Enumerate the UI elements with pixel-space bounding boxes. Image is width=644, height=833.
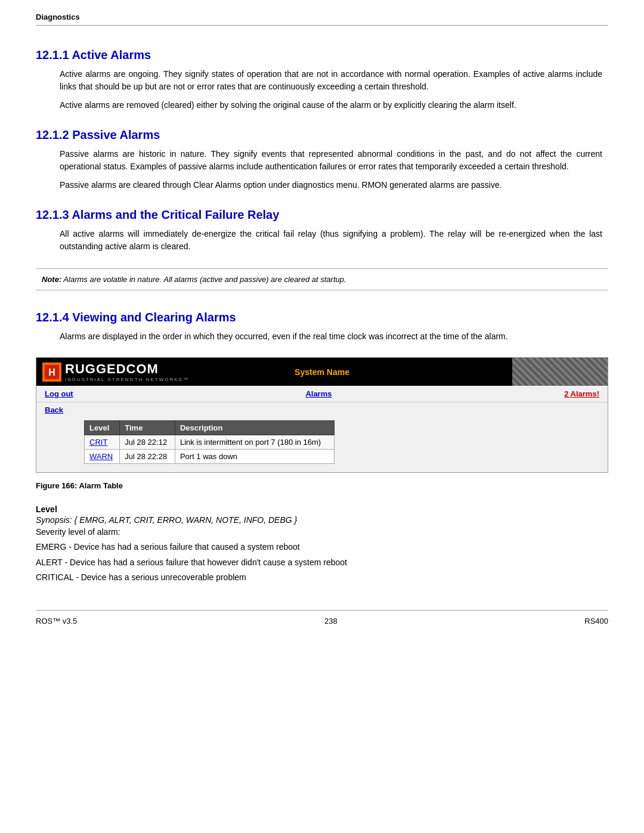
note-prefix: Note: [42, 275, 61, 284]
section-4-para1: Alarms are displayed in the order in whi… [36, 330, 608, 343]
system-name-label: System Name [295, 367, 349, 377]
alarm-table-header: Level Time Description [85, 421, 335, 435]
section-2-heading: 12.1.2 Passive Alarms [36, 128, 608, 142]
level-item: ALERT - Device has had a serious failure… [36, 557, 608, 569]
alarm-table-body: CRITJul 28 22:12Link is intermittent on … [85, 435, 335, 464]
section-1-heading: 12.1.1 Active Alarms [36, 48, 608, 62]
nav-bar: Log out Alarms 2 Alarms! [36, 386, 608, 402]
section-viewing-clearing: 12.1.4 Viewing and Clearing Alarms Alarm… [36, 300, 608, 349]
nav-left: Log out [45, 389, 73, 398]
back-row: Back [36, 402, 608, 420]
back-link[interactable]: Back [45, 405, 63, 414]
alarm-time-cell: Jul 28 22:28 [120, 450, 175, 464]
section-passive-alarms: 12.1.2 Passive Alarms Passive alarms are… [36, 117, 608, 197]
section-1-para2: Active alarms are removed (cleared) eith… [36, 99, 608, 112]
breadcrumb-text: Diagnostics [36, 13, 80, 21]
section-4-heading: 12.1.4 Viewing and Clearing Alarms [36, 311, 608, 324]
level-items-container: EMERG - Device has had a serious failure… [36, 541, 608, 584]
alarm-description-cell: Link is intermittent on port 7 (180 in 1… [175, 435, 334, 450]
col-header-level: Level [85, 421, 120, 435]
logo-main-text: RUGGEDCOM [65, 361, 189, 377]
section-3-heading: 12.1.3 Alarms and the Critical Failure R… [36, 208, 608, 222]
alarms-nav-link[interactable]: Alarms [305, 389, 332, 398]
note-text: Alarms are volatile in nature. All alarm… [61, 275, 346, 284]
logo-icon: H [42, 363, 61, 382]
section-2-para1: Passive alarms are historic in nature. T… [36, 148, 608, 173]
note-box: Note: Alarms are volatile in nature. All… [36, 268, 608, 290]
level-item: EMERG - Device has had a serious failure… [36, 541, 608, 553]
table-row: WARNJul 28 22:28Port 1 was down [85, 450, 335, 464]
logo-text-block: RUGGEDCOM INDUSTRIAL STRENGTH NETWORKS™ [65, 361, 189, 382]
figure-caption: Figure 166: Alarm Table [36, 481, 608, 490]
logout-link[interactable]: Log out [45, 389, 73, 398]
header-stripe-decoration [512, 358, 608, 386]
section-critical-relay: 12.1.3 Alarms and the Critical Failure R… [36, 197, 608, 259]
section-3-para1: All active alarms will immediately de-en… [36, 228, 608, 253]
alarm-description-cell: Port 1 was down [175, 450, 334, 464]
breadcrumb: Diagnostics [36, 12, 608, 26]
level-severity: Severity level of alarm: [36, 527, 608, 537]
footer-center: 238 [324, 617, 338, 625]
section-2-para2: Passive alarms are cleared through Clear… [36, 179, 608, 191]
level-title: Level [36, 504, 608, 514]
alarm-level-link[interactable]: CRIT [89, 438, 107, 447]
level-section: Level Synopsis: { EMRG, ALRT, CRIT, ERRO… [36, 504, 608, 587]
footer-left: ROS™ v3.5 [36, 617, 77, 625]
svg-text:H: H [48, 367, 55, 377]
table-row: CRITJul 28 22:12Link is intermittent on … [85, 435, 335, 450]
alarm-level-link[interactable]: WARN [89, 452, 113, 461]
ruggedcom-header-bar: H RUGGEDCOM INDUSTRIAL STRENGTH NETWORKS… [36, 358, 608, 386]
ruggedcom-logo: H RUGGEDCOM INDUSTRIAL STRENGTH NETWORKS… [42, 361, 189, 382]
alarm-level-cell: CRIT [85, 435, 120, 450]
section-active-alarms: 12.1.1 Active Alarms Active alarms are o… [36, 38, 608, 117]
logo-sub-text: INDUSTRIAL STRENGTH NETWORKS™ [65, 377, 189, 382]
level-item: CRITICAL - Device has a serious unrecove… [36, 572, 608, 584]
alarm-table: Level Time Description CRITJul 28 22:12L… [84, 420, 335, 464]
col-header-time: Time [120, 421, 175, 435]
alarm-table-wrapper: Level Time Description CRITJul 28 22:12L… [36, 420, 608, 472]
section-1-para1: Active alarms are ongoing. They signify … [36, 68, 608, 93]
alarm-level-cell: WARN [85, 450, 120, 464]
alarms-count-badge: 2 Alarms! [564, 389, 599, 398]
alarm-time-cell: Jul 28 22:12 [120, 435, 175, 450]
footer-right: RS400 [584, 617, 608, 625]
figure-alarm-table: H RUGGEDCOM INDUSTRIAL STRENGTH NETWORKS… [36, 357, 608, 473]
col-header-description: Description [175, 421, 334, 435]
level-synopsis: Synopsis: { EMRG, ALRT, CRIT, ERRO, WARN… [36, 515, 608, 525]
page-footer: ROS™ v3.5 238 RS400 [36, 610, 608, 625]
